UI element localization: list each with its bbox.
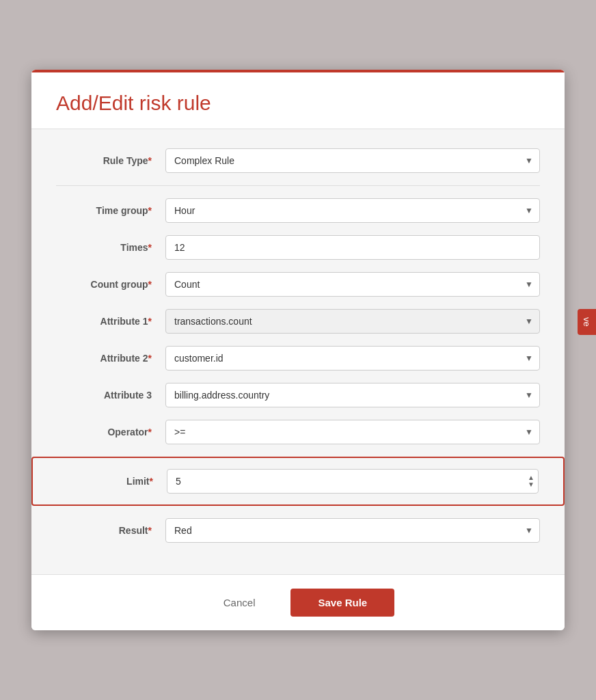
spinner-arrows[interactable]: ▲ ▼ — [528, 474, 534, 488]
attribute3-select[interactable]: billing.address.country customer.id — [165, 383, 540, 407]
divider — [56, 185, 540, 186]
dialog-overlay: ve Add/Edit risk rule Rule Type* Complex… — [0, 0, 596, 700]
limit-input[interactable] — [167, 469, 539, 494]
save-rule-button[interactable]: Save Rule — [290, 589, 394, 617]
dialog-title: Add/Edit risk rule — [56, 92, 540, 115]
count-group-label: Count group* — [56, 279, 165, 290]
attribute1-select[interactable]: transactions.count customer.id — [165, 309, 540, 334]
side-save-button[interactable]: ve — [578, 309, 596, 335]
result-label: Result* — [56, 525, 165, 536]
rule-type-select[interactable]: Complex Rule Simple Rule — [165, 148, 540, 173]
attribute1-select-wrapper: transactions.count customer.id ▼ — [165, 309, 540, 334]
operator-select-wrapper: >= > <= < == != ▼ — [165, 420, 540, 444]
operator-label: Operator* — [56, 427, 165, 438]
attribute2-select[interactable]: customer.id transactions.count — [165, 346, 540, 371]
result-select-wrapper: Red Orange Yellow Green ▼ — [165, 518, 540, 543]
times-row: Times* — [56, 235, 540, 260]
result-select[interactable]: Red Orange Yellow Green — [165, 518, 540, 543]
attribute1-row: Attribute 1* transactions.count customer… — [56, 309, 540, 334]
operator-row: Operator* >= > <= < == != ▼ — [56, 420, 540, 444]
attribute3-row: Attribute 3 billing.address.country cust… — [56, 383, 540, 407]
operator-select[interactable]: >= > <= < == != — [165, 420, 540, 444]
time-group-row: Time group* Hour Day Week Month ▼ — [56, 198, 540, 223]
dialog-body: Rule Type* Complex Rule Simple Rule ▼ Ti… — [31, 129, 565, 574]
cancel-button[interactable]: Cancel — [202, 589, 277, 617]
count-group-select[interactable]: Count Sum Average — [165, 272, 540, 297]
dialog-footer: Cancel Save Rule — [31, 574, 565, 630]
rule-type-select-wrapper: Complex Rule Simple Rule ▼ — [165, 148, 540, 173]
time-group-select-wrapper: Hour Day Week Month ▼ — [165, 198, 540, 223]
rule-type-label: Rule Type* — [56, 155, 165, 166]
limit-input-wrapper: ▲ ▼ — [167, 469, 539, 494]
count-group-select-wrapper: Count Sum Average ▼ — [165, 272, 540, 297]
attribute3-select-wrapper: billing.address.country customer.id ▼ — [165, 383, 540, 407]
times-input[interactable] — [165, 235, 540, 260]
count-group-row: Count group* Count Sum Average ▼ — [56, 272, 540, 297]
times-label: Times* — [56, 242, 165, 253]
time-group-label: Time group* — [56, 205, 165, 216]
attribute2-label: Attribute 2* — [56, 353, 165, 364]
attribute1-label: Attribute 1* — [56, 316, 165, 327]
attribute3-label: Attribute 3 — [56, 390, 165, 401]
limit-row: Limit* ▲ ▼ — [57, 469, 539, 494]
attribute2-row: Attribute 2* customer.id transactions.co… — [56, 346, 540, 371]
limit-highlight-box: Limit* ▲ ▼ — [31, 457, 565, 506]
limit-label: Limit* — [57, 476, 167, 487]
dialog-header: Add/Edit risk rule — [31, 70, 565, 129]
attribute2-select-wrapper: customer.id transactions.count ▼ — [165, 346, 540, 371]
dialog: Add/Edit risk rule Rule Type* Complex Ru… — [31, 70, 565, 630]
rule-type-row: Rule Type* Complex Rule Simple Rule ▼ — [56, 148, 540, 173]
time-group-select[interactable]: Hour Day Week Month — [165, 198, 540, 223]
spinner-down-icon[interactable]: ▼ — [528, 481, 534, 488]
result-row: Result* Red Orange Yellow Green ▼ — [56, 518, 540, 543]
